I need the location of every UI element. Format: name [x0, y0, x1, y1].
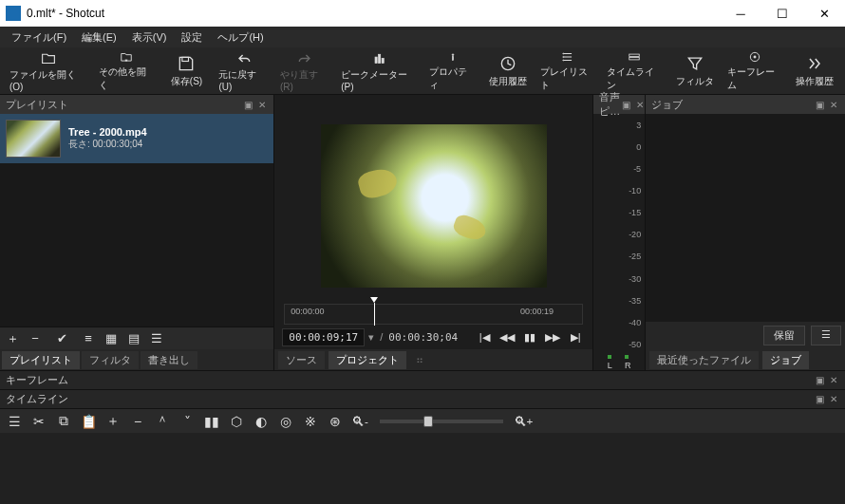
menu-view[interactable]: 表示(V)	[124, 28, 175, 47]
playhead[interactable]	[374, 303, 375, 326]
jobs-close-icon[interactable]: ✕	[828, 100, 839, 110]
open-file-button[interactable]: ファイルを開く(O)	[4, 48, 93, 94]
playlist-item[interactable]: Tree - 2000.mp4 長さ: 00:00:30;04	[0, 114, 273, 163]
playlist-item-duration: 長さ: 00:00:30;04	[68, 138, 147, 151]
svg-point-7	[563, 52, 564, 53]
timeline-toolbar: ☰ ✂ ⧉ 📋 ＋ − ＾ ˅ ▮▮ ⬡ ◐ ◎ ※ ⊛ 🔍︎- 🔍︎+	[0, 408, 845, 433]
rewind-button[interactable]: ◀◀	[498, 328, 516, 345]
view-tiles-icon[interactable]: ▦	[101, 329, 122, 348]
window-title: 0.mlt* - Shotcut	[27, 7, 720, 20]
lift-icon[interactable]: ＾	[152, 411, 173, 432]
recent-button[interactable]: 使用履歴	[481, 48, 535, 94]
panel-undock-icon[interactable]: ▣	[242, 100, 254, 110]
ripple-markers-icon[interactable]: ⊛	[325, 411, 346, 432]
svg-rect-10	[629, 54, 640, 56]
zoom-in-icon[interactable]: 🔍︎+	[513, 411, 534, 432]
menu-settings[interactable]: 設定	[174, 28, 210, 47]
history-button[interactable]: 操作履歴	[788, 48, 841, 94]
jobs-header: ジョブ ▣✕	[646, 95, 845, 114]
timecode-separator: /	[378, 331, 385, 343]
scrub-tc-start: 00:00:00	[291, 307, 324, 316]
ripple-all-icon[interactable]: ※	[300, 411, 321, 432]
jobs-bottom-bar: 保留 ☰	[646, 322, 845, 349]
remove-icon[interactable]: −	[127, 411, 148, 432]
jobs-panel: ジョブ ▣✕ 保留 ☰ 最近使ったファイル ジョブ	[645, 95, 845, 370]
tab-recent-files[interactable]: 最近使ったファイル	[649, 351, 759, 369]
view-detailed-icon[interactable]: ≡	[78, 329, 99, 348]
save-button[interactable]: 保存(S)	[160, 48, 213, 94]
scrub-bar[interactable]: 00:00:00 00:00:19	[284, 304, 583, 325]
zoom-slider-thumb[interactable]	[423, 416, 433, 427]
pending-button[interactable]: 保留	[763, 326, 805, 345]
playlist-body[interactable]: Tree - 2000.mp4 長さ: 00:00:30;04	[0, 114, 273, 327]
cut-icon[interactable]: ✂	[28, 411, 49, 432]
view-icons-icon[interactable]: ▤	[123, 329, 144, 348]
menu-edit[interactable]: 編集(E)	[74, 28, 124, 47]
peak-meter-button[interactable]: ピークメーター(P)	[335, 48, 423, 94]
minimize-button[interactable]: ─	[720, 0, 761, 27]
timeline-button[interactable]: タイムライン	[601, 48, 667, 94]
playlist-remove-button[interactable]: −	[25, 329, 46, 348]
menu-help[interactable]: ヘルプ(H)	[210, 28, 271, 47]
redo-button[interactable]: やり直す(R)	[274, 48, 335, 94]
playlist-add-button[interactable]: ＋	[2, 329, 23, 348]
copy-icon[interactable]: ⧉	[53, 411, 74, 432]
timeline-header: タイムライン ▣✕	[0, 389, 845, 408]
split-icon[interactable]: ▮▮	[201, 411, 222, 432]
tab-jobs[interactable]: ジョブ	[762, 351, 809, 369]
panel-close-icon[interactable]: ✕	[256, 100, 268, 110]
filters-button[interactable]: フィルタ	[668, 48, 722, 94]
playlist-update-button[interactable]: ✔	[51, 329, 72, 348]
playlist-title: プレイリスト	[6, 98, 68, 112]
playlist-item-thumb	[6, 120, 61, 158]
playlist-toolbar: ＋ − ✔ ≡ ▦ ▤ ☰	[0, 327, 273, 349]
overwrite-icon[interactable]: ˅	[177, 411, 197, 432]
append-icon[interactable]: ＋	[103, 411, 123, 432]
properties-button[interactable]: プロパティ	[423, 48, 481, 94]
skip-prev-button[interactable]: |◀	[475, 328, 494, 345]
maximize-button[interactable]: ☐	[761, 0, 803, 27]
video-preview[interactable]	[321, 124, 547, 288]
snap-icon[interactable]: ⬡	[226, 411, 247, 432]
zoom-slider[interactable]	[380, 420, 503, 423]
jobs-menu-button[interactable]: ☰	[811, 326, 841, 345]
kf-undock-icon[interactable]: ▣	[814, 375, 826, 385]
playlist-menu-icon[interactable]: ☰	[146, 329, 167, 348]
ripple-icon[interactable]: ◎	[275, 411, 296, 432]
tab-playlist[interactable]: プレイリスト	[2, 351, 80, 369]
jobs-body[interactable]	[646, 114, 845, 322]
forward-button[interactable]: ▶▶	[543, 328, 562, 345]
undo-button[interactable]: 元に戻す(U)	[213, 48, 273, 94]
playlist-button[interactable]: プレイリスト	[535, 48, 601, 94]
timeline-menu-icon[interactable]: ☰	[4, 411, 25, 432]
titlebar: 0.mlt* - Shotcut ─ ☐ ✕	[0, 0, 845, 27]
zoom-out-icon[interactable]: 🔍︎-	[349, 411, 370, 432]
svg-rect-1	[375, 57, 377, 63]
close-button[interactable]: ✕	[803, 0, 845, 27]
tl-close-icon[interactable]: ✕	[828, 394, 839, 404]
audio-meter-header: 音声ピ… ▣✕	[593, 95, 645, 114]
skip-next-button[interactable]: ▶|	[566, 328, 585, 345]
timecode-dropdown-icon[interactable]: ▾	[368, 331, 374, 344]
tab-project[interactable]: プロジェクト	[329, 351, 406, 369]
kf-close-icon[interactable]: ✕	[828, 375, 839, 385]
jobs-undock-icon[interactable]: ▣	[814, 100, 826, 110]
play-pause-button[interactable]: ▮▮	[520, 328, 539, 345]
main-toolbar: ファイルを開く(O) その他を開く 保存(S) 元に戻す(U) やり直す(R) …	[0, 47, 845, 95]
audio-meter-scale: 3 0 -5 -10 -15 -20 -25 -30 -35 -40 -50	[593, 114, 645, 355]
tab-source[interactable]: ソース	[278, 351, 325, 369]
tab-export[interactable]: 書き出し	[141, 351, 197, 369]
svg-point-9	[563, 59, 564, 60]
keyframes-title: キーフレーム	[6, 373, 68, 387]
timeline-body[interactable]	[0, 433, 845, 504]
menu-file[interactable]: ファイル(F)	[4, 28, 74, 47]
timecode-current[interactable]: 00:00:09;17	[282, 328, 365, 346]
keyframes-button[interactable]: キーフレーム	[722, 48, 788, 94]
tab-filter[interactable]: フィルタ	[82, 351, 139, 369]
meter-undock-icon[interactable]: ▣	[620, 100, 632, 110]
scrub-icon[interactable]: ◐	[251, 411, 272, 432]
paste-icon[interactable]: 📋	[78, 411, 99, 432]
svg-rect-5	[452, 56, 453, 60]
tl-undock-icon[interactable]: ▣	[814, 394, 826, 404]
open-other-button[interactable]: その他を開く	[93, 48, 160, 94]
